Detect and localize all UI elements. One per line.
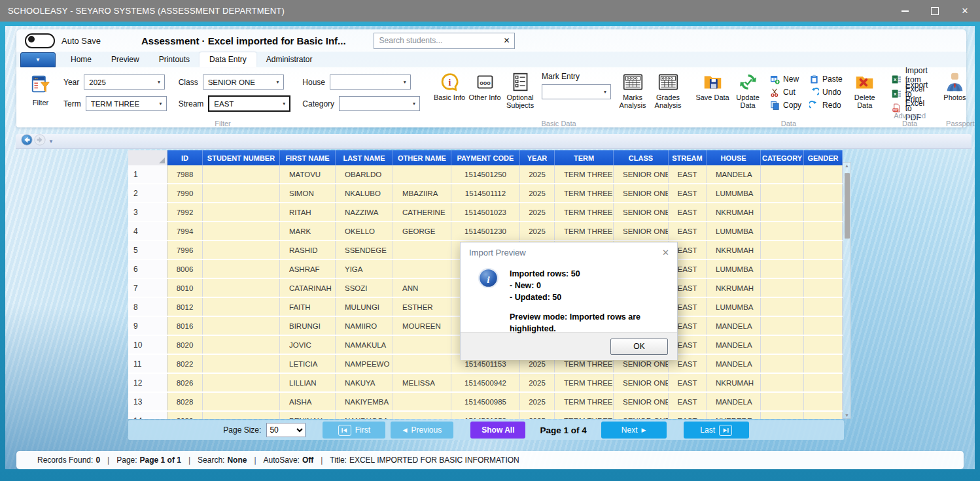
cell[interactable]: EAST [669,203,707,221]
row-number[interactable]: 1 [128,165,167,183]
page-size-select[interactable]: 50 [266,423,306,437]
cell[interactable] [203,241,280,259]
row-number[interactable]: 13 [128,393,167,410]
file-menu-button[interactable]: ▼ [20,52,56,67]
export-to-pdf-button[interactable]: PDFExport to PDF [972,71,975,111]
cell[interactable] [761,260,804,278]
cell[interactable]: TERM THREE [555,165,614,183]
cell[interactable]: OBARLDO [336,165,393,183]
scrollbar-thumb[interactable] [845,173,850,239]
row-number[interactable]: 5 [128,241,167,259]
filter-button[interactable]: Filter [23,73,58,108]
cell[interactable]: 8012 [167,298,203,316]
cell[interactable] [761,241,804,259]
cell[interactable]: NAZZIWA [336,203,393,221]
cell[interactable]: MANDELA [707,317,761,335]
cell[interactable]: MANDELA [707,355,761,373]
cell[interactable]: EAST [669,412,707,419]
cell[interactable]: 1514501112 [451,184,520,202]
cell[interactable] [203,298,280,316]
cell[interactable]: NAKUYA [336,374,393,391]
cell[interactable]: NKRUMAH [707,241,761,259]
cell[interactable]: JOVIC [280,336,336,354]
cell[interactable]: MBAZIIRA [393,184,451,202]
cell[interactable]: SENIOR ONE [614,184,669,202]
other-info-button[interactable]: oooOther Info [467,71,502,111]
cell[interactable] [761,317,804,335]
scroll-down-icon[interactable]: ▼ [843,413,850,418]
cell[interactable]: NKRUMAH [707,203,761,221]
cell[interactable]: CATHERINE [393,203,451,221]
cell[interactable]: EAST [669,165,707,183]
cell[interactable]: MATOVU [280,165,336,183]
cell[interactable] [761,393,804,410]
cell[interactable] [804,393,843,410]
cell[interactable] [804,355,843,373]
cell[interactable]: MULUNGI [336,298,393,316]
cell[interactable]: 1514501253 [451,412,520,419]
paste-button[interactable]: Paste [807,73,845,85]
cell[interactable] [804,298,843,316]
search-input[interactable] [378,35,501,46]
row-number[interactable]: 12 [128,374,167,391]
cell[interactable]: LUMUMBA [707,260,761,278]
cell[interactable]: AISHA [280,393,336,410]
cell[interactable]: FAITH [280,298,336,316]
cell[interactable] [761,279,804,297]
cell[interactable] [203,374,280,391]
cell[interactable] [804,336,843,354]
cell[interactable]: CATARINAH [280,279,336,297]
cell[interactable]: 2025 [520,374,555,391]
previous-page-button[interactable]: ◀ Previous [391,422,453,439]
cell[interactable]: OKELLO [336,222,393,240]
photos-button[interactable]: Photos [937,71,972,111]
grid-corner-cell[interactable] [128,150,167,165]
first-page-button[interactable]: First [323,422,385,439]
row-number[interactable]: 4 [128,222,167,240]
cell[interactable] [203,260,280,278]
cell[interactable]: 2025 [520,393,555,410]
cell[interactable]: TERM THREE [555,374,614,391]
cell[interactable]: TERM THREE [555,393,614,410]
column-header-gender[interactable]: GENDER [804,150,843,165]
dialog-close-icon[interactable]: ✕ [662,248,669,257]
cell[interactable]: SENIOR ONE [614,374,669,391]
cell[interactable]: SIMON [280,184,336,202]
cell[interactable]: TERM THREE [555,412,614,419]
back-button[interactable] [21,134,33,148]
cell[interactable]: SSOZI [336,279,393,297]
cell[interactable]: TERM THREE [555,222,614,240]
filter-combo-category[interactable] [339,96,420,111]
filter-combo-house[interactable] [330,75,411,90]
redo-button[interactable]: Redo [807,99,845,111]
cell[interactable] [203,393,280,410]
grades-analysis-button[interactable]: Grades Analysis [650,71,686,111]
column-header-house[interactable]: HOUSE [707,150,761,165]
close-button[interactable]: ✕ [950,0,980,22]
cell[interactable]: 7990 [167,184,203,202]
cell[interactable]: EAST [669,393,707,410]
cell[interactable]: TERM THREE [555,203,614,221]
cell[interactable] [804,165,843,183]
cell[interactable]: EAST [669,184,707,202]
cell[interactable] [393,260,451,278]
cell[interactable]: 2025 [520,203,555,221]
cut-button[interactable]: Cut [768,86,803,98]
tab-preview[interactable]: Preview [101,52,149,67]
column-header-last-name[interactable]: LAST NAME [336,150,393,165]
row-number[interactable]: 14 [128,412,167,419]
cell[interactable] [393,336,451,354]
row-number[interactable]: 3 [128,203,167,221]
cell[interactable]: 1514501230 [451,222,520,240]
cell[interactable] [203,203,280,221]
cell[interactable]: NKRUMAH [707,279,761,297]
next-page-button[interactable]: Next ▶ [601,422,667,439]
cell[interactable]: 8026 [167,374,203,391]
cell[interactable] [804,374,843,391]
cell[interactable] [393,165,451,183]
column-header-payment-code[interactable]: PAYMENT CODE [451,150,520,165]
tab-home[interactable]: Home [61,52,101,67]
cell[interactable]: 7994 [167,222,203,240]
row-number[interactable]: 8 [128,298,167,316]
update-data-button[interactable]: Update Data [730,71,765,111]
